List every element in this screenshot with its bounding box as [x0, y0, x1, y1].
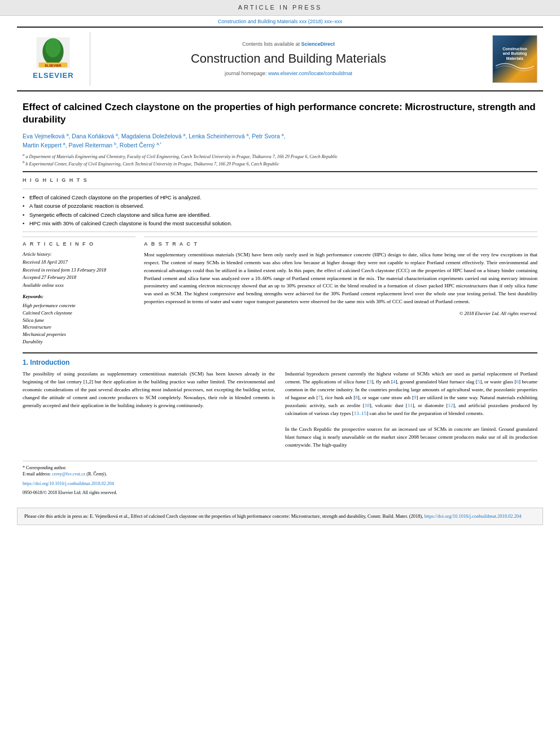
ref-9[interactable]: 9: [414, 395, 417, 400]
accepted-date: Accepted 27 February 2018: [23, 274, 135, 281]
citation-prefix: Please cite this article in press as: E.…: [24, 513, 423, 519]
abstract-column: A B S T R A C T Most supplementary cemen…: [144, 237, 537, 345]
banner-text: ARTICLE IN PRESS: [238, 4, 322, 11]
elsevier-tree-icon: ELSEVIER: [36, 37, 70, 68]
issn-text: 0950-0618/© 2018 Elsevier Ltd. All right…: [23, 490, 117, 495]
corresponding-author-note: * Corresponding author. E-mail address: …: [23, 465, 537, 477]
keyword-3: Silica fume: [23, 317, 135, 324]
ref-12[interactable]: 12: [448, 403, 453, 408]
affiliation-b: b b Experimental Center, Faculty of Civi…: [23, 160, 537, 167]
homepage-label: journal homepage:: [225, 71, 267, 76]
abstract-label: A B S T R A C T: [144, 241, 537, 248]
email-link[interactable]: cerny@fsv.cvut.cz: [52, 471, 85, 477]
copyright-line: © 2018 Elsevier Ltd. All rights reserved…: [144, 311, 537, 317]
cover-title-text: Constructionand BuildingMaterials: [502, 47, 527, 61]
keyword-1: High performance concrete: [23, 302, 135, 309]
email-label: E-mail address:: [23, 471, 51, 477]
available-date: Available online xxxx: [23, 282, 135, 289]
elsevier-logo: ELSEVIER ELSEVIER: [33, 37, 73, 81]
journal-info-line: Construction and Building Materials xxx …: [0, 16, 560, 27]
journal-header: ELSEVIER ELSEVIER Contents lists availab…: [17, 27, 543, 91]
highlight-item-2: A fast course of pozzolanic reaction is …: [23, 202, 537, 209]
received-date: Received 18 April 2017: [23, 259, 135, 266]
intro-col-left: The possibility of using pozzolans as su…: [23, 370, 275, 449]
ref-4[interactable]: 4: [393, 379, 396, 385]
abstract-section: A B S T R A C T Most supplementary cemen…: [144, 237, 537, 317]
ref-11[interactable]: 11: [408, 403, 413, 408]
doi-line: https://doi.org/10.1016/j.conbuildmat.20…: [23, 479, 537, 487]
introduction-section: 1. Introduction The possibility of using…: [23, 352, 537, 449]
contents-line: Contents lists available at ScienceDirec…: [242, 41, 335, 48]
highlights-label: H I G H L I G H T S: [23, 177, 537, 184]
article-info-column: A R T I C L E I N F O Article history: R…: [23, 237, 135, 345]
ref-8[interactable]: 8: [355, 395, 358, 400]
intro-two-col: The possibility of using pozzolans as su…: [23, 370, 537, 449]
affiliation-a: a a Department of Materials Engineering …: [23, 152, 537, 160]
doi-link[interactable]: https://doi.org/10.1016/j.conbuildmat.20…: [23, 481, 114, 486]
journal-homepage: journal homepage: www.elsevier.com/locat…: [225, 70, 352, 77]
journal-title: Construction and Building Materials: [191, 50, 386, 68]
article-info-section: A R T I C L E I N F O Article history: R…: [23, 237, 135, 345]
divider-after-affiliations: [23, 171, 537, 172]
highlights-section: H I G H L I G H T S Effect of calcined C…: [23, 177, 537, 232]
main-content: Effect of calcined Czech claystone on th…: [0, 91, 560, 502]
svg-text:ELSEVIER: ELSEVIER: [45, 64, 62, 67]
journal-info-text: Construction and Building Materials xxx …: [218, 19, 343, 24]
ref-7[interactable]: 7: [318, 395, 321, 400]
highlights-bottom-divider: [23, 231, 537, 232]
homepage-url[interactable]: www.elsevier.com/locate/conbuildmat: [268, 71, 352, 76]
highlight-item-4: HPC mix with 30% of calcined Czech clays…: [23, 220, 537, 227]
author-names: Eva Vejmelková a, Dana Koňáková a, Magda…: [23, 133, 285, 148]
elsevier-brand-text: ELSEVIER: [33, 71, 73, 81]
keywords-label: Keywords:: [23, 294, 135, 300]
affiliations: a a Department of Materials Engineering …: [23, 152, 537, 167]
article-in-press-banner: ARTICLE IN PRESS: [0, 0, 560, 16]
svg-point-3: [46, 38, 61, 58]
history-label: Article history:: [23, 251, 135, 258]
highlight-item-1: Effect of calcined Czech claystone on th…: [23, 194, 537, 201]
keyword-4: Microstructure: [23, 324, 135, 331]
journal-header-center: Contents lists available at ScienceDirec…: [90, 32, 487, 86]
abstract-text: Most supplementary cementitious material…: [144, 251, 537, 307]
article-info-abstract-row: A R T I C L E I N F O Article history: R…: [23, 237, 537, 345]
ref-13-15[interactable]: 13–15: [354, 410, 367, 416]
intro-col-right: Industrial byproducts present currently …: [285, 370, 537, 449]
revised-date: Received in revised form 13 February 201…: [23, 267, 135, 274]
article-title: Effect of calcined Czech claystone on th…: [23, 101, 537, 126]
article-info-label: A R T I C L E I N F O: [23, 241, 135, 248]
email-name: (R. Černý).: [86, 471, 107, 477]
sciencedirect-link[interactable]: ScienceDirect: [301, 41, 335, 47]
authors-line: Eva Vejmelková a, Dana Koňáková a, Magda…: [23, 132, 537, 150]
corresponding-author-label: * Corresponding author.: [23, 465, 67, 470]
highlights-top-divider: [23, 189, 537, 189]
journal-header-right: Constructionand BuildingMaterials: [487, 32, 543, 86]
journal-header-left: ELSEVIER ELSEVIER: [17, 32, 90, 86]
contents-text: Contents lists available at: [242, 41, 300, 47]
citation-box: Please cite this article in press as: E.…: [17, 508, 543, 525]
ref-5[interactable]: 5: [478, 379, 480, 385]
keyword-6: Durability: [23, 338, 135, 346]
ref-10[interactable]: 10: [365, 403, 370, 408]
page: ARTICLE IN PRESS Construction and Buildi…: [0, 0, 560, 747]
cover-wave-icon: [496, 61, 534, 71]
intro-col1-text: The possibility of using pozzolans as su…: [23, 371, 275, 408]
journal-cover-image: Constructionand BuildingMaterials: [492, 35, 537, 83]
issn-line: 0950-0618/© 2018 Elsevier Ltd. All right…: [23, 488, 537, 496]
intro-section-number: 1. Introduction: [23, 358, 537, 368]
footnote-area: * Corresponding author. E-mail address: …: [23, 461, 537, 496]
intro-col2-text: Industrial byproducts present currently …: [285, 371, 537, 447]
citation-doi-link[interactable]: https://doi.org/10.1016/j.conbuildmat.20…: [425, 513, 522, 519]
ref-6[interactable]: 6: [516, 379, 519, 385]
keyword-5: Mechanical properties: [23, 331, 135, 338]
highlight-item-3: Synergetic effects of calcined Czech cla…: [23, 211, 537, 219]
ref-3[interactable]: 3: [369, 379, 372, 385]
keyword-2: Calcined Czech claystone: [23, 309, 135, 317]
